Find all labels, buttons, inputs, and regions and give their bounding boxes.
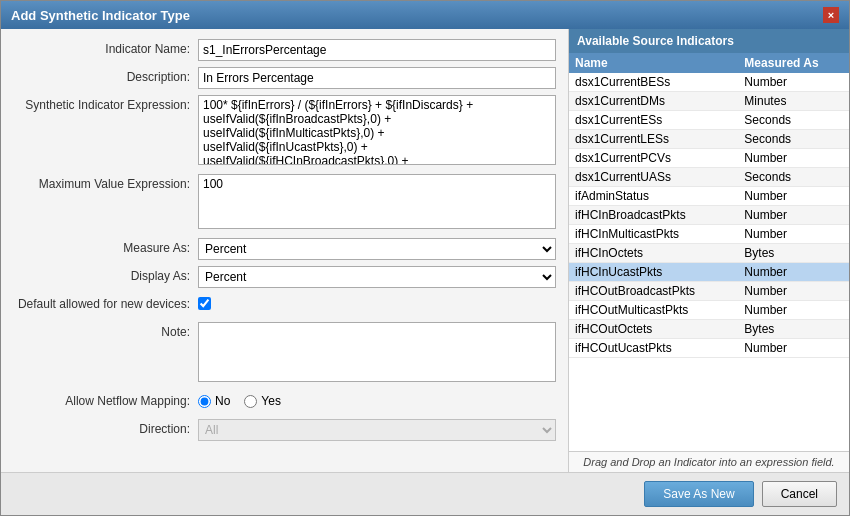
indicator-measured-cell: Number	[738, 282, 849, 301]
table-row[interactable]: ifHCInMulticastPktsNumber	[569, 225, 849, 244]
left-form-panel: Indicator Name: Description: Synthetic I…	[1, 29, 569, 472]
table-row[interactable]: ifHCInBroadcastPktsNumber	[569, 206, 849, 225]
right-panel-header: Available Source Indicators	[569, 29, 849, 53]
indicator-measured-cell: Number	[738, 339, 849, 358]
default-devices-wrap	[198, 294, 556, 310]
indicator-measured-cell: Bytes	[738, 320, 849, 339]
display-as-row: Display As: Percent Number Bytes Seconds…	[13, 266, 556, 288]
note-textarea[interactable]	[198, 322, 556, 382]
measure-as-label: Measure As:	[13, 238, 198, 255]
table-row[interactable]: dsx1CurrentLESsSeconds	[569, 130, 849, 149]
expression-label: Synthetic Indicator Expression:	[13, 95, 198, 112]
indicator-name-cell: ifHCInUcastPkts	[569, 263, 738, 282]
description-input[interactable]	[198, 67, 556, 89]
display-as-select[interactable]: Percent Number Bytes Seconds Minutes	[198, 266, 556, 288]
indicator-name-cell: ifHCInMulticastPkts	[569, 225, 738, 244]
indicator-measured-cell: Number	[738, 225, 849, 244]
indicator-name-wrap	[198, 39, 556, 61]
table-row[interactable]: ifAdminStatusNumber	[569, 187, 849, 206]
indicator-measured-cell: Number	[738, 187, 849, 206]
netflow-yes-label: Yes	[261, 394, 281, 408]
measure-as-select[interactable]: Percent Number Bytes Seconds Minutes	[198, 238, 556, 260]
dialog-title-bar: Add Synthetic Indicator Type ×	[1, 1, 849, 29]
note-wrap	[198, 322, 556, 385]
display-as-label: Display As:	[13, 266, 198, 283]
cancel-button[interactable]: Cancel	[762, 481, 837, 507]
add-synthetic-indicator-dialog: Add Synthetic Indicator Type × Indicator…	[0, 0, 850, 516]
table-row[interactable]: dsx1CurrentBESsNumber	[569, 73, 849, 92]
default-devices-row: Default allowed for new devices:	[13, 294, 556, 316]
table-row[interactable]: ifHCOutMulticastPktsNumber	[569, 301, 849, 320]
description-label: Description:	[13, 67, 198, 84]
close-button[interactable]: ×	[823, 7, 839, 23]
netflow-yes-radio[interactable]	[244, 395, 257, 408]
measure-as-wrap: Percent Number Bytes Seconds Minutes	[198, 238, 556, 260]
indicator-name-cell: ifHCOutUcastPkts	[569, 339, 738, 358]
direction-label: Direction:	[13, 419, 198, 436]
display-as-wrap: Percent Number Bytes Seconds Minutes	[198, 266, 556, 288]
netflow-no-label: No	[215, 394, 230, 408]
indicator-name-cell: ifHCOutOctets	[569, 320, 738, 339]
description-wrap	[198, 67, 556, 89]
indicator-name-cell: ifHCInOctets	[569, 244, 738, 263]
max-value-wrap: 100	[198, 174, 556, 232]
table-row[interactable]: dsx1CurrentDMsMinutes	[569, 92, 849, 111]
indicator-name-cell: dsx1CurrentLESs	[569, 130, 738, 149]
indicator-measured-cell: Bytes	[738, 244, 849, 263]
netflow-label: Allow Netflow Mapping:	[13, 391, 198, 408]
indicator-name-cell: dsx1CurrentDMs	[569, 92, 738, 111]
netflow-no-item: No	[198, 394, 230, 408]
indicator-name-cell: ifHCOutBroadcastPkts	[569, 282, 738, 301]
note-row: Note:	[13, 322, 556, 385]
indicator-name-cell: ifAdminStatus	[569, 187, 738, 206]
direction-wrap: All In Out	[198, 419, 556, 441]
indicator-name-cell: ifHCOutMulticastPkts	[569, 301, 738, 320]
indicator-name-cell: dsx1CurrentUASs	[569, 168, 738, 187]
table-row[interactable]: dsx1CurrentPCVsNumber	[569, 149, 849, 168]
indicator-measured-cell: Seconds	[738, 130, 849, 149]
direction-row: Direction: All In Out	[13, 419, 556, 441]
table-row[interactable]: dsx1CurrentESsSeconds	[569, 111, 849, 130]
indicator-measured-cell: Number	[738, 73, 849, 92]
netflow-no-radio[interactable]	[198, 395, 211, 408]
indicator-name-cell: ifHCInBroadcastPkts	[569, 206, 738, 225]
table-row[interactable]: ifHCOutOctetsBytes	[569, 320, 849, 339]
indicator-measured-cell: Number	[738, 263, 849, 282]
direction-select[interactable]: All In Out	[198, 419, 556, 441]
indicator-name-input[interactable]	[198, 39, 556, 61]
indicator-measured-cell: Minutes	[738, 92, 849, 111]
table-row[interactable]: ifHCOutBroadcastPktsNumber	[569, 282, 849, 301]
indicator-measured-cell: Number	[738, 301, 849, 320]
max-value-textarea[interactable]: 100	[198, 174, 556, 229]
description-row: Description:	[13, 67, 556, 89]
note-label: Note:	[13, 322, 198, 339]
netflow-row: Allow Netflow Mapping: No Yes	[13, 391, 556, 413]
default-devices-checkbox[interactable]	[198, 297, 211, 310]
expression-textarea[interactable]: 100* ${ifInErrors} / (${ifInErrors} + ${…	[198, 95, 556, 165]
netflow-radio-group: No Yes	[198, 391, 556, 408]
right-panel: Available Source Indicators Name Measure…	[569, 29, 849, 472]
column-name-header: Name	[569, 53, 738, 73]
table-row[interactable]: ifHCInUcastPktsNumber	[569, 263, 849, 282]
column-measured-header: Measured As	[738, 53, 849, 73]
table-row[interactable]: ifHCOutUcastPktsNumber	[569, 339, 849, 358]
max-value-label: Maximum Value Expression:	[13, 174, 198, 191]
expression-wrap: 100* ${ifInErrors} / (${ifInErrors} + ${…	[198, 95, 556, 168]
default-devices-label: Default allowed for new devices:	[13, 294, 198, 311]
save-as-new-button[interactable]: Save As New	[644, 481, 753, 507]
indicators-table[interactable]: Name Measured As dsx1CurrentBESsNumberds…	[569, 53, 849, 451]
dialog-footer: Save As New Cancel	[1, 472, 849, 515]
indicator-name-cell: dsx1CurrentESs	[569, 111, 738, 130]
table-row[interactable]: dsx1CurrentUASsSeconds	[569, 168, 849, 187]
measure-as-row: Measure As: Percent Number Bytes Seconds…	[13, 238, 556, 260]
right-panel-title: Available Source Indicators	[577, 34, 734, 48]
indicator-name-cell: dsx1CurrentPCVs	[569, 149, 738, 168]
dialog-body: Indicator Name: Description: Synthetic I…	[1, 29, 849, 472]
table-row[interactable]: ifHCInOctetsBytes	[569, 244, 849, 263]
expression-row: Synthetic Indicator Expression: 100* ${i…	[13, 95, 556, 168]
indicator-name-cell: dsx1CurrentBESs	[569, 73, 738, 92]
netflow-yes-item: Yes	[244, 394, 281, 408]
indicator-measured-cell: Number	[738, 149, 849, 168]
dialog-title-text: Add Synthetic Indicator Type	[11, 8, 190, 23]
indicator-measured-cell: Number	[738, 206, 849, 225]
